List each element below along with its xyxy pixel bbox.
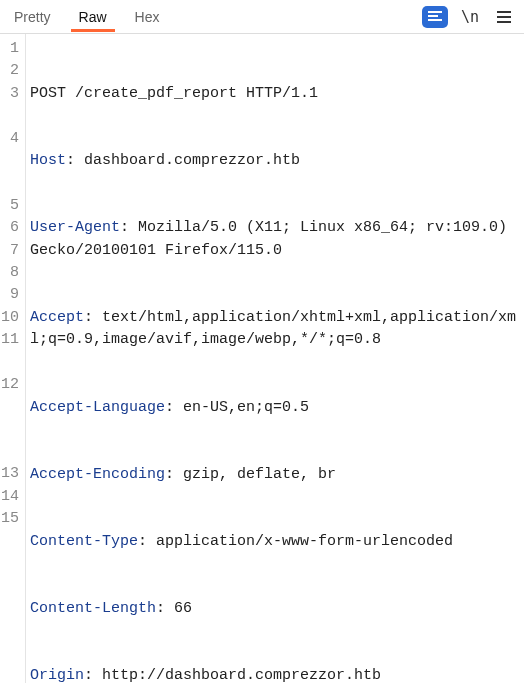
header-content-length: Content-Length: 66 [30,598,522,620]
request-content[interactable]: POST /create_pdf_report HTTP/1.1 Host: d… [26,34,524,683]
view-tabs: Pretty Raw Hex [0,2,422,31]
menu-icon[interactable] [492,5,516,29]
header-host: Host: dashboard.comprezzor.htb [30,150,522,172]
header-accept: Accept: text/html,application/xhtml+xml,… [30,307,522,352]
tab-raw[interactable]: Raw [65,2,121,31]
header-user-agent: User-Agent: Mozilla/5.0 (X11; Linux x86_… [30,217,522,262]
format-icon[interactable] [422,6,448,28]
request-line: POST /create_pdf_report HTTP/1.1 [30,83,522,105]
http-editor[interactable]: 1 2 3 4 5 6 7 8 9 10 11 12 13 14 15 POST… [0,34,524,683]
newline-icon[interactable]: \n [458,5,482,29]
header-accept-encoding: Accept-Encoding: gzip, deflate, br [30,464,522,486]
tab-pretty[interactable]: Pretty [0,2,65,31]
toolbar-icons: \n [422,5,516,29]
line-gutter: 1 2 3 4 5 6 7 8 9 10 11 12 13 14 15 [0,34,26,683]
header-accept-language: Accept-Language: en-US,en;q=0.5 [30,397,522,419]
header-content-type: Content-Type: application/x-www-form-url… [30,531,522,553]
tab-hex[interactable]: Hex [121,2,174,31]
editor-toolbar: Pretty Raw Hex \n [0,0,524,34]
header-origin: Origin: http://dashboard.comprezzor.htb [30,665,522,683]
